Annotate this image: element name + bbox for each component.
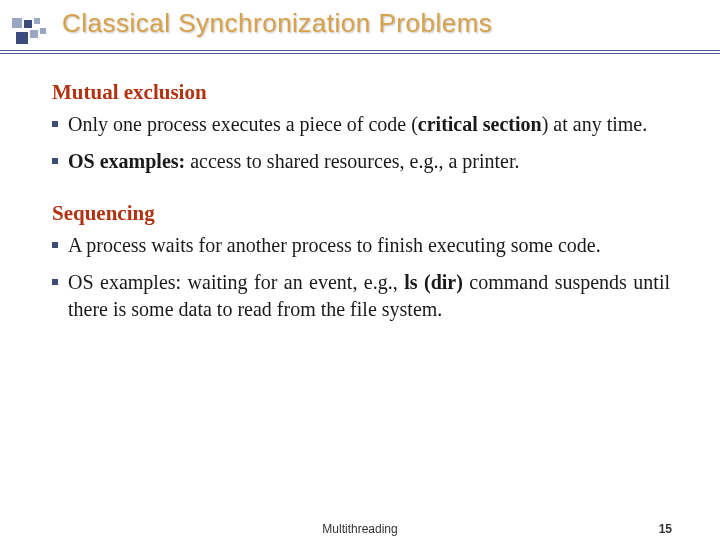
bullet-item: Only one process executes a piece of cod…	[52, 111, 670, 138]
bullet-icon	[52, 279, 58, 285]
bullet-icon	[52, 158, 58, 164]
title-ornament	[12, 18, 52, 46]
bullet-text: A process waits for another process to f…	[68, 232, 670, 259]
section-heading-sequencing: Sequencing	[52, 201, 670, 226]
bullet-text: Only one process executes a piece of cod…	[68, 111, 670, 138]
footer-label: Multithreading	[0, 522, 720, 536]
page-number: 15	[659, 522, 672, 536]
bullet-item: OS examples: access to shared resources,…	[52, 148, 670, 175]
bullet-text: OS examples: access to shared resources,…	[68, 148, 670, 175]
bullet-text: OS examples: waiting for an event, e.g.,…	[68, 269, 670, 323]
slide-title: Classical Synchronization Problems	[62, 8, 492, 39]
section-heading-mutual-exclusion: Mutual exclusion	[52, 80, 670, 105]
bullet-item: A process waits for another process to f…	[52, 232, 670, 259]
bullet-icon	[52, 242, 58, 248]
slide-content: Mutual exclusion Only one process execut…	[0, 64, 720, 323]
bullet-item: OS examples: waiting for an event, e.g.,…	[52, 269, 670, 323]
title-bar: Classical Synchronization Problems	[0, 0, 720, 54]
bullet-icon	[52, 121, 58, 127]
